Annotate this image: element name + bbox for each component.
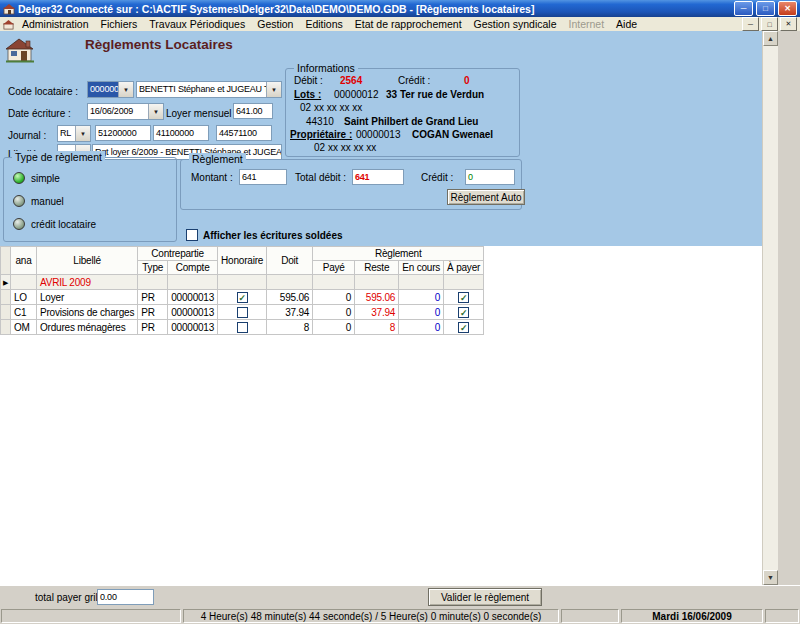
chevron-down-icon[interactable]: ▼ [148, 104, 163, 119]
child-close-button[interactable]: ✕ [780, 17, 797, 31]
form-panel: Règlements Locataires Code locataire : 0… [0, 31, 762, 246]
apayer-checkbox[interactable]: ✓ [458, 292, 469, 303]
cell-reste: 595.06 [355, 290, 399, 305]
status-bar: 4 Heure(s) 48 minute(s) 44 seconde(s) / … [0, 608, 800, 624]
menu-gestion-syndicale[interactable]: Gestion syndicale [468, 17, 563, 31]
maximize-button[interactable]: □ [756, 1, 775, 16]
close-button[interactable]: ✕ [778, 1, 797, 16]
lots-address: 33 Ter rue de Verdun [386, 89, 484, 100]
col-header-type[interactable]: Type [138, 261, 168, 275]
app-icon[interactable] [3, 3, 15, 15]
grid-row-ordures[interactable]: OM Ordures ménagères PR 00000013 8 0 8 0… [1, 320, 484, 335]
col-header-doit[interactable]: Doit [267, 247, 313, 275]
journal-label: Journal : [8, 130, 46, 141]
child-minimize-button[interactable]: ─ [742, 17, 759, 31]
radio-simple-label[interactable]: simple [31, 173, 60, 184]
col-header-reglement[interactable]: Règlement [313, 247, 484, 261]
menu-fichiers[interactable]: Fichiers [95, 17, 144, 31]
credit-value: 0 [464, 75, 470, 86]
grid-row-provisions[interactable]: C1 Provisions de charges PR 00000013 37.… [1, 305, 484, 320]
grid-header-row-1: ana Libellé Contrepartie Honoraire Doit … [1, 247, 484, 261]
arrow-up-icon: ▲ [767, 35, 774, 42]
lots-label: Lots : [294, 89, 321, 100]
informations-group: Informations Débit : 2564 Crédit : 0 Lot… [285, 68, 520, 157]
chevron-down-icon[interactable]: ▼ [75, 126, 90, 141]
honoraire-checkbox[interactable] [237, 322, 248, 333]
radio-credit-locataire-label[interactable]: crédit locataire [31, 219, 96, 230]
radio-simple[interactable] [13, 172, 25, 184]
col-header-contrepartie[interactable]: Contrepartie [138, 247, 218, 261]
grid-row-loyer[interactable]: LO Loyer PR 00000013 ✓ 595.06 0 595.06 0… [1, 290, 484, 305]
vertical-scrollbar[interactable]: ▲ ▼ [762, 31, 778, 585]
cell-libelle: Provisions de charges [37, 305, 138, 320]
honoraire-checkbox[interactable]: ✓ [237, 292, 248, 303]
afficher-soldees-checkbox[interactable] [186, 229, 198, 241]
cell-compte: 00000013 [168, 320, 218, 335]
window-title: Delger32 Connecté sur : C:\ACTIF Systeme… [18, 3, 731, 15]
indicator-column-header [1, 247, 11, 275]
minimize-button[interactable]: ─ [734, 1, 753, 16]
col-header-ana[interactable]: ana [11, 247, 37, 275]
cell-encours: 0 [399, 320, 444, 335]
date-ecriture-combo[interactable]: 16/06/2009 ▼ [87, 103, 164, 120]
menu-aide[interactable]: Aide [610, 17, 643, 31]
cell-type: PR [138, 290, 168, 305]
compte-locataire-field[interactable]: 41100000 [153, 125, 209, 141]
col-header-reste[interactable]: Reste [355, 261, 399, 275]
journal-combo[interactable]: RL ▼ [57, 125, 91, 142]
col-header-apayer[interactable]: À payer [444, 261, 484, 275]
apayer-checkbox[interactable]: ✓ [458, 322, 469, 333]
compte-banque-field[interactable]: 51200000 [95, 125, 151, 141]
cell-paye: 0 [313, 305, 355, 320]
radio-manuel-label[interactable]: manuel [31, 196, 64, 207]
cell-doit: 595.06 [267, 290, 313, 305]
col-header-libelle[interactable]: Libellé [37, 247, 138, 275]
loyer-mensuel-field[interactable]: 641.00 [233, 103, 273, 119]
lots-postal-code: 44310 [306, 116, 334, 127]
code-locataire-value: 00000013 [88, 82, 118, 97]
scrollbar-track[interactable] [763, 46, 778, 570]
journal-value: RL [58, 126, 75, 141]
child-restore-button[interactable]: □ [761, 17, 778, 31]
total-debit-field[interactable]: 641 [352, 169, 404, 185]
cell-ana: OM [11, 320, 37, 335]
honoraire-checkbox[interactable] [237, 307, 248, 318]
menu-administration[interactable]: Administration [16, 17, 95, 31]
code-locataire-label: Code locataire : [8, 86, 78, 97]
menu-etat-rapprochement[interactable]: Etat de rapprochement [349, 17, 468, 31]
code-locataire-combo[interactable]: 00000013 ▼ [87, 81, 134, 98]
grid-group-row[interactable]: ▶ AVRIL 2009 [1, 275, 484, 290]
title-bar: Delger32 Connecté sur : C:\ACTIF Systeme… [0, 0, 800, 17]
radio-manuel[interactable] [13, 195, 25, 207]
menu-editions[interactable]: Editions [299, 17, 348, 31]
right-filler-panel [778, 31, 800, 585]
col-header-honoraire[interactable]: Honoraire [218, 247, 267, 275]
chevron-down-icon[interactable]: ▼ [266, 82, 281, 97]
credit-label: Crédit : [398, 75, 430, 86]
radio-credit-locataire[interactable] [13, 218, 25, 230]
compte-tva-field[interactable]: 44571100 [216, 125, 272, 141]
cell-compte: 00000013 [168, 290, 218, 305]
cell-libelle: Ordures ménagères [37, 320, 138, 335]
child-window-icon[interactable] [3, 19, 14, 30]
menu-travaux-periodiques[interactable]: Travaux Périodiques [143, 17, 251, 31]
apayer-checkbox[interactable]: ✓ [458, 307, 469, 318]
tenant-combo[interactable]: BENETTI Stéphane et JUGEAU Thomas ▼ [136, 81, 282, 98]
col-header-compte[interactable]: Compte [168, 261, 218, 275]
status-date-text: Mardi 16/06/2009 [621, 609, 763, 623]
afficher-soldees-label[interactable]: Afficher les écritures soldées [203, 230, 343, 241]
chevron-down-icon[interactable]: ▼ [118, 82, 133, 97]
total-payer-grille-field[interactable]: 0.00 [97, 589, 154, 605]
reglement-auto-button[interactable]: Règlement Auto [447, 189, 525, 205]
menu-internet: Internet [562, 17, 610, 31]
scroll-down-button[interactable]: ▼ [763, 570, 778, 585]
cell-reste: 37.94 [355, 305, 399, 320]
scroll-up-button[interactable]: ▲ [763, 31, 778, 46]
menu-gestion[interactable]: Gestion [251, 17, 299, 31]
montant-field[interactable]: 641 [239, 169, 287, 185]
cell-paye: 0 [313, 290, 355, 305]
col-header-paye[interactable]: Payé [313, 261, 355, 275]
reglement-credit-field[interactable]: 0 [465, 169, 515, 185]
valider-reglement-button[interactable]: Valider le règlement [428, 588, 542, 606]
col-header-encours[interactable]: En cours [399, 261, 444, 275]
